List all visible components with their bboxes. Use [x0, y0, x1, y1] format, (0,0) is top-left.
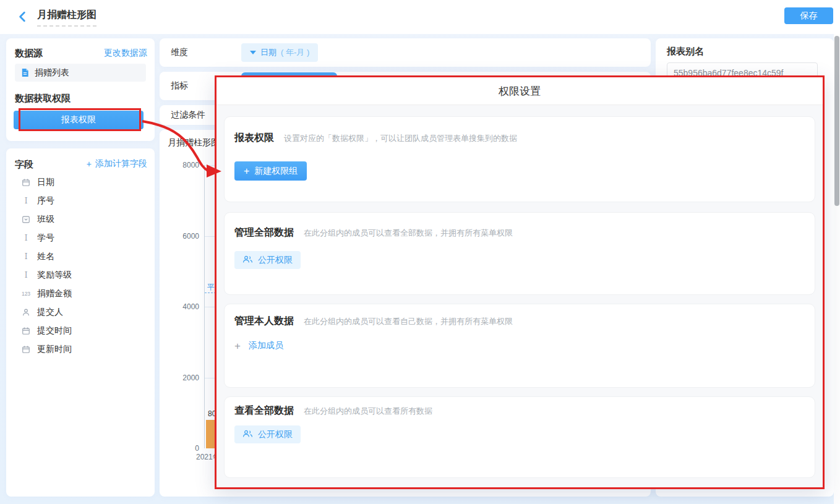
y-axis-tick-label: 2000 — [160, 374, 199, 382]
field-label: 捐赠金额 — [37, 288, 72, 299]
field-label: 更新时间 — [37, 344, 72, 355]
page-title: 月捐赠柱形图 — [37, 9, 96, 27]
section-title: 报表权限 — [234, 132, 274, 145]
datasource-name: 捐赠列表 — [35, 67, 69, 79]
field-label: 学号 — [37, 233, 54, 244]
dimension-value: 日期 — [260, 47, 276, 58]
field-item[interactable]: I姓名 — [6, 247, 155, 266]
back-button[interactable] — [16, 11, 28, 23]
person-icon — [21, 308, 31, 317]
metric-label: 指标 — [171, 80, 188, 92]
field-label: 提交时间 — [37, 325, 72, 336]
section-description: 在此分组内的成员可以查看自己数据，并拥有所有菜单权限 — [304, 316, 513, 327]
scrollbar-thumb[interactable] — [834, 36, 839, 206]
calendar-icon — [21, 327, 31, 335]
field-list: 日期I序号班级I学号I姓名I奖励等级123捐赠金额提交人提交时间更新时间 — [6, 173, 155, 359]
dimension-row: 维度 日期 ( 年-月 ) — [160, 38, 651, 67]
field-item[interactable]: 更新时间 — [6, 340, 155, 359]
caret-down-icon — [250, 51, 256, 54]
field-item[interactable]: I奖励等级 — [6, 266, 155, 284]
section-manage-own-data: 管理本人数据 在此分组内的成员可以查看自己数据，并拥有所有菜单权限 + 添加成员 — [224, 304, 815, 388]
field-label: 姓名 — [37, 251, 54, 262]
plus-icon: + — [234, 341, 241, 351]
new-permission-group-label: 新建权限组 — [254, 166, 298, 177]
y-axis-tick-label: 4000 — [160, 302, 199, 311]
permission-settings-modal: 权限设置 报表权限 设置对应的「数据权限」，可以让团队成员管理表单搜集到的数据 … — [215, 75, 825, 489]
field-label: 提交人 — [37, 307, 63, 318]
header: 月捐赠柱形图 保存 — [0, 0, 840, 34]
data-permission-title: 数据获取权限 — [15, 93, 71, 105]
section-title: 查看全部数据 — [234, 404, 294, 417]
section-title: 管理全部数据 — [234, 226, 294, 239]
y-axis-tick-label: 0 — [160, 444, 199, 453]
field-label: 班级 — [37, 214, 54, 225]
text-icon: I — [21, 234, 31, 242]
select-icon — [21, 215, 31, 224]
document-icon — [20, 68, 30, 77]
add-member-link[interactable]: + 添加成员 — [234, 340, 283, 351]
report-alias-title: 报表别名 — [667, 46, 704, 58]
field-label: 序号 — [37, 195, 54, 207]
field-label: 日期 — [37, 177, 54, 188]
field-item[interactable]: 提交时间 — [6, 322, 155, 340]
scrollbar-track — [834, 34, 840, 504]
section-description: 在此分组内的成员可以查看所有数据 — [304, 406, 432, 417]
calendar-icon — [21, 345, 31, 354]
public-permission-tag[interactable]: 公开权限 — [234, 425, 301, 443]
dimension-suffix: ( 年-月 ) — [281, 47, 309, 58]
fields-title: 字段 — [15, 159, 33, 171]
modal-body: 报表权限 设置对应的「数据权限」，可以让团队成员管理表单搜集到的数据 + 新建权… — [216, 105, 823, 487]
section-description: 在此分组内的成员可以查看全部数据，并拥有所有菜单权限 — [304, 228, 513, 239]
section-description: 设置对应的「数据权限」，可以让团队成员管理表单搜集到的数据 — [284, 133, 517, 144]
field-item[interactable]: 班级 — [6, 210, 155, 229]
public-permission-label: 公开权限 — [258, 429, 293, 440]
add-member-label: 添加成员 — [249, 340, 283, 351]
field-label: 奖励等级 — [37, 270, 72, 281]
public-permission-tag[interactable]: 公开权限 — [234, 251, 301, 269]
calendar-icon — [21, 178, 31, 187]
change-datasource-link[interactable]: 更改数据源 — [104, 48, 147, 59]
y-axis-line — [204, 165, 205, 448]
people-icon — [242, 255, 253, 265]
section-view-all-data: 查看全部数据 在此分组内的成员可以查看所有数据 公开权限 — [224, 396, 815, 478]
fields-panel: 字段 + 添加计算字段 日期I序号班级I学号I姓名I奖励等级123捐赠金额提交人… — [6, 148, 155, 497]
public-permission-label: 公开权限 — [258, 255, 293, 266]
field-item[interactable]: 日期 — [6, 173, 155, 192]
save-button[interactable]: 保存 — [784, 7, 833, 24]
field-item[interactable]: 提交人 — [6, 303, 155, 322]
y-axis-tick-label: 6000 — [160, 232, 199, 241]
dimension-tag[interactable]: 日期 ( 年-月 ) — [241, 43, 318, 62]
text-icon: I — [21, 197, 31, 205]
number-icon: 123 — [21, 291, 31, 297]
plus-icon: + — [87, 159, 92, 169]
chevron-left-icon — [16, 11, 28, 23]
field-item[interactable]: 123捐赠金额 — [6, 284, 155, 303]
section-manage-all-data: 管理全部数据 在此分组内的成员可以查看全部数据，并拥有所有菜单权限 公开权限 — [224, 212, 815, 295]
modal-title: 权限设置 — [216, 77, 823, 105]
text-icon: I — [21, 271, 31, 280]
datasource-item[interactable]: 捐赠列表 — [15, 64, 146, 82]
text-icon: I — [21, 252, 31, 261]
plus-icon: + — [244, 166, 249, 176]
section-title: 管理本人数据 — [234, 315, 294, 328]
dimension-label: 维度 — [171, 47, 188, 58]
annotation-highlight-box — [19, 108, 141, 131]
datasource-title: 数据源 — [15, 48, 43, 59]
app-screen: 月捐赠柱形图 保存 数据源 更改数据源 捐赠列表 数据获取权限 报表权限 字段 … — [0, 0, 840, 504]
people-icon — [242, 430, 253, 440]
new-permission-group-button[interactable]: + 新建权限组 — [234, 161, 307, 181]
field-item[interactable]: I学号 — [6, 229, 155, 247]
field-item[interactable]: I序号 — [6, 192, 155, 210]
annotation-arrow — [133, 114, 232, 182]
section-report-permission: 报表权限 设置对应的「数据权限」，可以让团队成员管理表单搜集到的数据 + 新建权… — [224, 116, 815, 202]
